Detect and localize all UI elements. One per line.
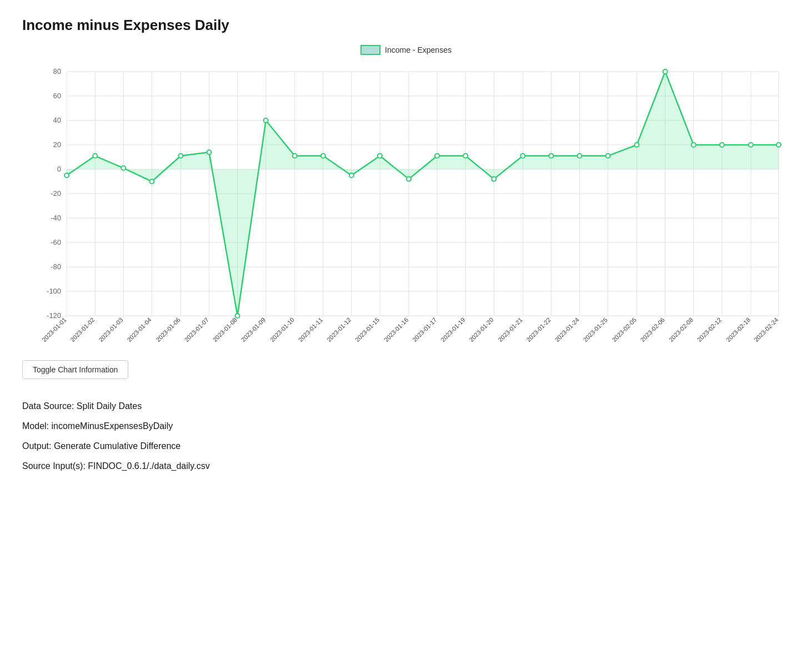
svg-point-76 (93, 154, 97, 158)
svg-text:2023-01-15: 2023-01-15 (354, 316, 380, 343)
svg-text:-20: -20 (51, 189, 61, 198)
svg-text:2023-01-25: 2023-01-25 (582, 316, 609, 343)
svg-text:2023-02-24: 2023-02-24 (753, 316, 779, 343)
svg-point-83 (293, 154, 297, 158)
svg-text:2023-01-03: 2023-01-03 (97, 316, 124, 343)
svg-text:-40: -40 (51, 214, 61, 222)
svg-text:2023-01-12: 2023-01-12 (325, 316, 352, 343)
chart-info-section: Data Source: Split Daily Dates Model: in… (22, 401, 790, 471)
svg-text:2023-01-01: 2023-01-01 (41, 316, 67, 343)
svg-text:-100: -100 (47, 287, 61, 295)
svg-text:2023-01-17: 2023-01-17 (411, 316, 438, 343)
model-label: Model: incomeMinusExpensesByDaily (22, 421, 790, 431)
data-source-label: Data Source: Split Daily Dates (22, 401, 790, 411)
svg-text:2023-02-12: 2023-02-12 (696, 316, 723, 343)
svg-point-93 (577, 154, 582, 158)
svg-point-77 (121, 166, 126, 170)
svg-text:80: 80 (53, 67, 61, 75)
svg-text:2023-02-06: 2023-02-06 (639, 316, 666, 343)
svg-point-98 (720, 143, 724, 147)
source-inputs-label: Source Input(s): FINDOC_0.6.1/./data_dai… (22, 461, 790, 471)
svg-point-81 (235, 314, 240, 318)
svg-point-75 (64, 173, 69, 178)
svg-text:40: 40 (53, 116, 61, 124)
chart-area: 80 60 40 20 0 -20 -40 -60 -80 -100 -120 (22, 60, 790, 349)
svg-text:2023-01-21: 2023-01-21 (497, 316, 523, 343)
svg-point-95 (635, 143, 639, 147)
svg-text:2023-01-19: 2023-01-19 (439, 316, 466, 343)
svg-text:2023-02-18: 2023-02-18 (725, 316, 751, 343)
svg-point-97 (691, 143, 696, 147)
svg-text:2023-01-04: 2023-01-04 (126, 316, 152, 343)
svg-text:2023-02-08: 2023-02-08 (668, 316, 694, 343)
svg-point-100 (776, 143, 781, 147)
svg-text:2023-01-24: 2023-01-24 (554, 316, 580, 343)
page-title: Income minus Expenses Daily (22, 17, 790, 34)
output-label: Output: Generate Cumulative Difference (22, 441, 790, 451)
svg-point-94 (606, 154, 610, 158)
svg-point-87 (407, 177, 411, 181)
svg-point-86 (378, 154, 382, 158)
svg-point-88 (435, 154, 439, 158)
svg-text:2023-01-11: 2023-01-11 (297, 316, 324, 343)
svg-text:2023-01-16: 2023-01-16 (383, 316, 409, 343)
svg-point-79 (178, 154, 183, 158)
svg-point-99 (749, 143, 753, 147)
chart-legend: Income - Expenses (22, 45, 790, 55)
svg-point-82 (264, 118, 268, 123)
legend-color-box (360, 45, 380, 55)
svg-text:60: 60 (53, 92, 61, 100)
svg-text:2023-01-08: 2023-01-08 (212, 316, 238, 343)
svg-point-92 (549, 154, 553, 158)
legend-label: Income - Expenses (385, 46, 452, 54)
toggle-chart-info-button[interactable]: Toggle Chart Information (22, 360, 128, 379)
svg-text:2023-02-05: 2023-02-05 (611, 316, 638, 343)
svg-text:2023-01-22: 2023-01-22 (525, 316, 552, 343)
svg-text:-80: -80 (51, 263, 61, 271)
svg-point-90 (492, 177, 496, 181)
svg-text:2023-01-02: 2023-01-02 (69, 316, 96, 343)
svg-text:-120: -120 (47, 311, 61, 320)
chart-container: Income - Expenses 80 60 40 20 0 (22, 45, 790, 349)
svg-text:0: 0 (57, 165, 61, 173)
svg-point-78 (149, 179, 154, 184)
svg-point-80 (207, 150, 211, 154)
svg-point-85 (349, 173, 354, 178)
chart-svg: 80 60 40 20 0 -20 -40 -60 -80 -100 -120 (22, 60, 790, 349)
svg-point-96 (663, 69, 668, 74)
svg-text:20: 20 (53, 140, 61, 149)
svg-point-84 (321, 154, 325, 158)
svg-text:2023-01-07: 2023-01-07 (183, 316, 210, 343)
svg-text:2023-01-10: 2023-01-10 (269, 316, 295, 343)
svg-text:-60: -60 (51, 238, 61, 246)
svg-text:2023-01-06: 2023-01-06 (155, 316, 182, 343)
svg-text:2023-01-20: 2023-01-20 (468, 316, 494, 343)
svg-point-91 (520, 154, 525, 158)
svg-point-89 (463, 154, 468, 158)
svg-text:2023-01-09: 2023-01-09 (240, 316, 267, 343)
